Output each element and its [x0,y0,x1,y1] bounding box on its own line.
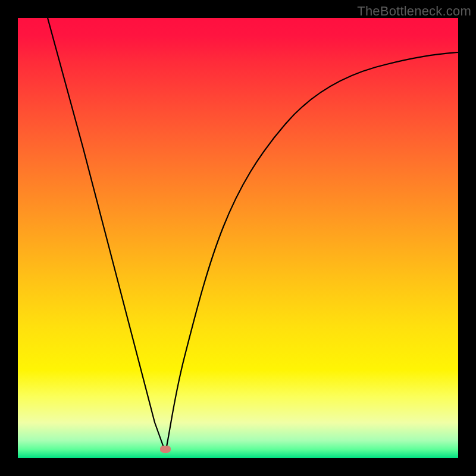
watermark-text: TheBottleneck.com [357,4,471,19]
curve-left-branch [48,18,165,452]
minimum-marker [160,446,171,453]
curve-right-branch [165,52,458,452]
bottleneck-curve [18,18,458,458]
chart-area [18,18,458,458]
